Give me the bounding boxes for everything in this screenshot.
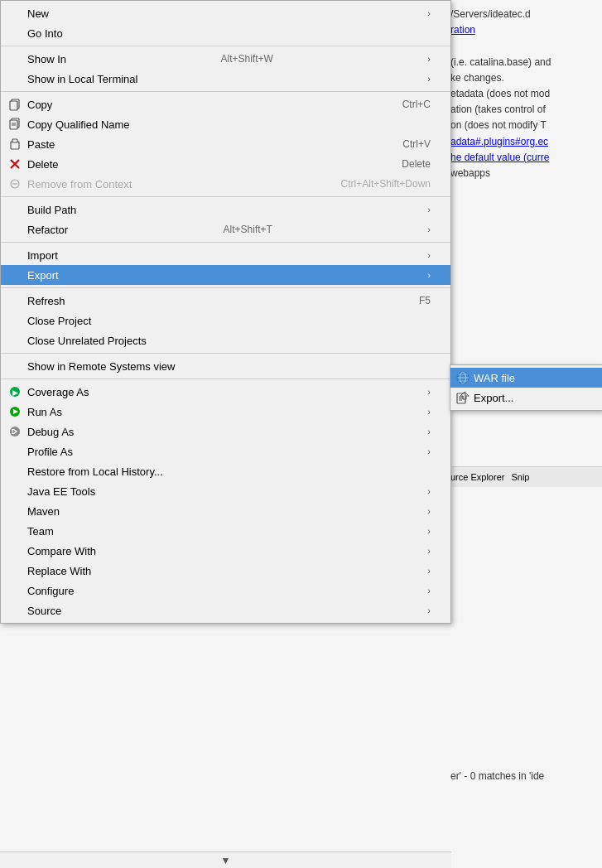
menu-item-show-in-label: Show In [27, 53, 66, 65]
menu-item-java-ee-tools[interactable]: Java EE Tools › [1, 481, 450, 501]
menu-item-profile-as-arrow: › [411, 446, 431, 456]
bg-tab-snip[interactable]: Snip [511, 472, 529, 482]
menu-item-go-into[interactable]: Go Into [1, 23, 450, 43]
bg-tab-bar: urce Explorer Snip [447, 466, 602, 487]
menu-item-copy-qualified-label: Copy Qualified Name [27, 118, 130, 131]
menu-item-debug-as-label: Debug As [27, 426, 74, 438]
menu-item-copy[interactable]: Copy Ctrl+C [1, 94, 450, 114]
menu-item-maven[interactable]: Maven › [1, 501, 450, 521]
menu-item-configure[interactable]: Configure › [1, 581, 450, 600]
menu-item-import[interactable]: Import › [1, 245, 450, 265]
menu-item-copy-qualified[interactable]: Copy Qualified Name [1, 114, 450, 134]
bg-line5: on (does not modify T [450, 118, 599, 133]
menu-item-profile-as[interactable]: Profile As › [1, 441, 450, 461]
menu-item-export-arrow: › [411, 270, 431, 280]
svg-point-16 [10, 427, 20, 436]
menu-item-close-unrelated-label: Close Unrelated Projects [27, 335, 147, 347]
menu-item-import-label: Import [27, 249, 58, 262]
menu-item-restore-history-label: Restore from Local History... [27, 465, 163, 478]
bg-path-line: /Servers/ideatec.d [450, 7, 599, 22]
paste-icon [7, 137, 22, 152]
menu-item-build-path-label: Build Path [27, 204, 76, 216]
menu-item-run-as[interactable]: Run As › [1, 402, 450, 422]
menu-item-replace-with-label: Replace With [27, 565, 91, 577]
menu-item-restore-history[interactable]: Restore from Local History... [1, 461, 450, 481]
separator-7 [1, 379, 450, 379]
run-icon [7, 404, 22, 419]
bg-search-results: er' - 0 matches in 'ide [447, 767, 602, 785]
remove-context-icon [7, 176, 22, 191]
submenu-item-export[interactable]: Export... [450, 388, 602, 407]
menu-item-delete-shortcut: Delete [385, 158, 431, 170]
menu-item-close-unrelated[interactable]: Close Unrelated Projects [1, 330, 450, 350]
scroll-down-arrow: ▼ [221, 855, 231, 866]
menu-item-refactor[interactable]: Refactor Alt+Shift+T › [1, 219, 450, 239]
menu-item-team-arrow: › [411, 526, 431, 536]
menu-item-show-in[interactable]: Show In Alt+Shift+W › [1, 49, 450, 69]
separator-3 [1, 196, 450, 197]
menu-item-export-label: Export [27, 269, 59, 282]
svg-rect-7 [12, 139, 17, 142]
menu-item-export[interactable]: Export › [1, 265, 450, 285]
bg-line2: ke changes. [450, 70, 599, 86]
copy-icon [7, 97, 22, 112]
menu-item-coverage-as[interactable]: ▶ Coverage As › [1, 382, 450, 402]
menu-item-new[interactable]: New › [1, 3, 450, 23]
menu-item-new-label: New [27, 7, 49, 20]
war-file-icon [455, 370, 470, 385]
menu-item-show-local-terminal-label: Show in Local Terminal [27, 73, 137, 85]
menu-item-refresh[interactable]: Refresh F5 [1, 291, 450, 311]
menu-item-copy-label: Copy [27, 99, 52, 111]
menu-item-close-project[interactable]: Close Project [1, 311, 450, 330]
separator-5 [1, 287, 450, 288]
menu-item-team-label: Team [27, 525, 54, 538]
separator-6 [1, 353, 450, 354]
menu-item-source[interactable]: Source › [1, 600, 450, 620]
menu-item-source-label: Source [27, 605, 61, 617]
export-generic-icon [455, 390, 470, 405]
menu-item-coverage-as-label: Coverage As [27, 386, 89, 398]
menu-item-show-remote-label: Show in Remote Systems view [27, 360, 175, 373]
menu-item-paste-label: Paste [27, 138, 55, 151]
menu-item-compare-with[interactable]: Compare With › [1, 541, 450, 561]
bg-line1: (i.e. catalina.base) and [450, 55, 599, 70]
menu-item-build-path[interactable]: Build Path › [1, 200, 450, 219]
svg-text:▶: ▶ [12, 388, 18, 397]
separator-1 [1, 46, 450, 46]
menu-item-delete[interactable]: Delete Delete [1, 154, 450, 174]
menu-item-build-path-arrow: › [411, 205, 431, 215]
menu-item-show-local-terminal[interactable]: Show in Local Terminal › [1, 69, 450, 89]
bg-line7[interactable]: he default value (curre [450, 150, 599, 166]
menu-item-refactor-label: Refactor [27, 224, 68, 236]
bg-tab-source-explorer[interactable]: urce Explorer [450, 472, 504, 482]
bg-link-ration[interactable]: ration [450, 22, 599, 38]
menu-item-refactor-shortcut: Alt+Shift+T [207, 224, 272, 235]
menu-item-source-arrow: › [411, 605, 431, 615]
menu-item-run-as-label: Run As [27, 406, 62, 418]
submenu-item-war-file[interactable]: WAR file [450, 368, 602, 388]
bg-line6[interactable]: adata#.plugins#org.ec [450, 134, 599, 150]
menu-item-run-as-arrow: › [411, 407, 431, 417]
menu-item-debug-as-arrow: › [411, 427, 431, 436]
menu-item-maven-arrow: › [411, 506, 431, 516]
menu-item-import-arrow: › [411, 250, 431, 260]
menu-item-close-project-label: Close Project [27, 315, 91, 327]
separator-2 [1, 91, 450, 92]
menu-item-maven-label: Maven [27, 505, 60, 518]
debug-icon [7, 424, 22, 439]
menu-item-replace-with[interactable]: Replace With › [1, 561, 450, 581]
context-menu: New › Go Into Show In Alt+Shift+W › Show… [0, 0, 451, 624]
menu-item-show-in-arrow: › [411, 54, 431, 64]
menu-item-paste[interactable]: Paste Ctrl+V [1, 134, 450, 154]
bg-line3: etadata (does not mod [450, 86, 599, 102]
menu-item-go-into-label: Go Into [27, 27, 63, 40]
bg-line8: webapps [450, 166, 599, 181]
menu-item-team[interactable]: Team › [1, 521, 450, 541]
menu-item-remove-context[interactable]: Remove from Context Ctrl+Alt+Shift+Down [1, 174, 450, 194]
menu-item-debug-as[interactable]: Debug As › [1, 422, 450, 441]
menu-item-show-local-terminal-arrow: › [411, 74, 431, 84]
menu-item-show-remote[interactable]: Show in Remote Systems view [1, 356, 450, 376]
scroll-indicator[interactable]: ▼ [0, 851, 451, 868]
menu-item-delete-label: Delete [27, 158, 59, 171]
menu-item-coverage-as-arrow: › [411, 387, 431, 397]
